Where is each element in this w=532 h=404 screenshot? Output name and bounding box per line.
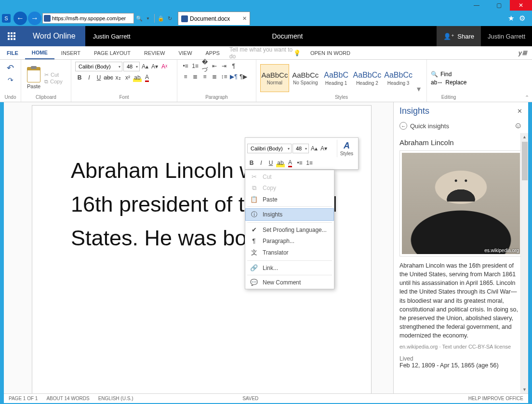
align-left-button[interactable]: ≡	[181, 72, 190, 81]
italic-button[interactable]: I	[85, 73, 93, 82]
copy-button[interactable]: ⧉Copy	[44, 79, 63, 85]
mini-italic-button[interactable]: I	[257, 159, 266, 167]
find-button[interactable]: 🔍Find	[431, 71, 466, 78]
tab-review[interactable]: REVIEW	[137, 46, 172, 59]
cut-button[interactable]: ✂Cut	[44, 72, 63, 78]
search-icon[interactable]: 🔍	[135, 13, 144, 24]
multilevel-list-button[interactable]: �づ	[200, 62, 209, 70]
bold-button[interactable]: B	[75, 73, 84, 82]
tab-home[interactable]: HOME	[25, 46, 54, 59]
strikethrough-button[interactable]: abc	[104, 73, 113, 82]
tell-me-search[interactable]: Tell me what you want to do 💡	[226, 46, 304, 59]
shrink-font-button[interactable]: A▾	[150, 62, 159, 71]
style-normal[interactable]: AaBbCcNormal	[260, 64, 289, 92]
ctx-comment[interactable]: 💬New Comment	[245, 277, 334, 288]
insights-close-button[interactable]: ✕	[517, 108, 522, 115]
back-arrow-icon[interactable]: ←	[399, 122, 407, 130]
insights-image-card[interactable]: es.wikipedia.org	[399, 150, 522, 256]
dropdown-icon[interactable]: ▼	[144, 13, 152, 24]
font-name-combo[interactable]: Calibri (Body)	[75, 62, 122, 71]
text-direction-button[interactable]: ¶	[229, 62, 238, 70]
superscript-button[interactable]: x²	[123, 73, 132, 82]
numbering-button[interactable]: 1≡	[191, 62, 200, 70]
align-right-button[interactable]: ≡	[200, 72, 209, 81]
scroll-thumb[interactable]	[522, 142, 528, 180]
browser-address-bar[interactable]: https://msft-my.spoppe.com/per	[42, 13, 134, 24]
ctx-translator[interactable]: 文Translator	[245, 246, 334, 259]
justify-button[interactable]: ≣	[210, 72, 219, 81]
scroll-up-icon[interactable]: ▲	[521, 133, 528, 141]
redo-button[interactable]: ↷	[6, 75, 15, 85]
ctx-proofing[interactable]: ✔Set Proofing Language...	[245, 224, 334, 235]
mini-grow-font-button[interactable]: A▴	[310, 144, 319, 153]
undo-button[interactable]: ↶	[5, 62, 15, 74]
font-color-button[interactable]: A	[143, 73, 151, 82]
feedback-smile-icon[interactable]: ☺	[514, 121, 522, 131]
mini-bold-button[interactable]: B	[247, 159, 256, 167]
document-title[interactable]: Document	[138, 32, 437, 40]
mini-styles-button[interactable]: AStyles	[337, 140, 356, 157]
grow-font-button[interactable]: A▴	[141, 62, 149, 71]
app-launcher-button[interactable]	[0, 26, 23, 46]
refresh-icon[interactable]: ↻	[165, 13, 174, 24]
browser-forward-button[interactable]: →	[28, 12, 41, 25]
bullets-button[interactable]: •≡	[181, 62, 190, 70]
header-user-left[interactable]: Justin Garrett	[85, 33, 138, 40]
settings-gear-icon[interactable]: ⚙	[519, 14, 525, 23]
ltr-button[interactable]: ¶▶	[239, 72, 248, 81]
browser-back-button[interactable]: ←	[13, 12, 27, 25]
tab-page-layout[interactable]: PAGE LAYOUT	[87, 46, 137, 59]
mini-shrink-font-button[interactable]: A▾	[319, 144, 328, 153]
mini-underline-button[interactable]: U	[266, 159, 275, 167]
window-maximize-button[interactable]: ▢	[488, 0, 510, 11]
window-minimize-button[interactable]: —	[466, 0, 488, 11]
status-page[interactable]: PAGE 1 OF 1	[9, 396, 38, 401]
ctx-cut[interactable]: ✂Cut	[245, 171, 334, 182]
mini-highlight-button[interactable]: ab	[276, 159, 285, 167]
collapse-ribbon-button[interactable]: ⌃	[525, 94, 529, 101]
subscript-button[interactable]: x₂	[114, 73, 122, 82]
insights-scrollbar[interactable]: ▲ ▼	[520, 133, 528, 393]
ctx-link[interactable]: 🔗Link...	[245, 262, 334, 273]
underline-button[interactable]: U	[94, 73, 103, 82]
tab-close-icon[interactable]: ✕	[242, 15, 247, 22]
clear-formatting-button[interactable]: Aᵡ	[160, 62, 169, 71]
mini-font-color-button[interactable]: A	[286, 159, 294, 167]
ctx-copy[interactable]: ⧉Copy	[245, 182, 334, 194]
tab-view[interactable]: VIEW	[172, 46, 199, 59]
status-help-improve[interactable]: HELP IMPROVE OFFICE	[468, 396, 523, 401]
scroll-down-icon[interactable]: ▼	[521, 386, 528, 393]
mini-numbering-button[interactable]: 1≡	[305, 159, 314, 167]
favorites-star-icon[interactable]: ★	[508, 14, 514, 23]
ctx-paste[interactable]: 📋Paste	[245, 194, 334, 205]
decrease-indent-button[interactable]: ⇤	[210, 62, 219, 70]
style-heading-3[interactable]: AaBbCcHeading 3	[384, 64, 413, 92]
increase-indent-button[interactable]: ⇥	[220, 62, 228, 70]
yammer-button[interactable]: y≣	[514, 46, 532, 59]
style-heading-1[interactable]: AaBbCHeading 1	[322, 64, 351, 92]
open-in-word-button[interactable]: OPEN IN WORD	[304, 46, 357, 59]
ctx-paragraph[interactable]: ¶Paragraph...	[245, 235, 334, 246]
quick-insights-breadcrumb[interactable]: ← Quick insights ☺	[394, 118, 528, 135]
tab-file[interactable]: FILE	[0, 46, 25, 59]
ctx-insights[interactable]: ⓘInsights	[245, 208, 334, 221]
align-center-button[interactable]: ≣	[191, 72, 200, 81]
paste-button[interactable]: Paste	[25, 63, 42, 94]
tab-insert[interactable]: INSERT	[54, 46, 87, 59]
line-spacing-button[interactable]: ↕≡	[220, 72, 228, 81]
special-indent-button[interactable]: ▶¶	[229, 72, 238, 81]
header-user-right[interactable]: Justin Garrett	[481, 33, 532, 40]
styles-more-button[interactable]: ▾	[415, 83, 423, 94]
window-close-button[interactable]: ✕	[510, 0, 532, 11]
style-no-spacing[interactable]: AaBbCcNo Spacing	[291, 64, 320, 92]
mini-bullets-button[interactable]: •≡	[295, 159, 304, 167]
replace-button[interactable]: ab↔Replace	[431, 79, 466, 86]
style-heading-2[interactable]: AaBbCcHeading 2	[353, 64, 382, 92]
mini-font-name-combo[interactable]: Calibri (Body)	[247, 144, 292, 153]
share-button[interactable]: 👤⁺ Share	[437, 26, 481, 46]
status-words[interactable]: ABOUT 14 WORDS	[46, 396, 89, 401]
font-size-combo[interactable]: 48	[123, 62, 140, 71]
browser-tab[interactable]: Document.docx ✕	[178, 12, 250, 25]
mini-font-size-combo[interactable]: 48	[293, 144, 309, 153]
highlight-button[interactable]: ab	[133, 73, 142, 82]
